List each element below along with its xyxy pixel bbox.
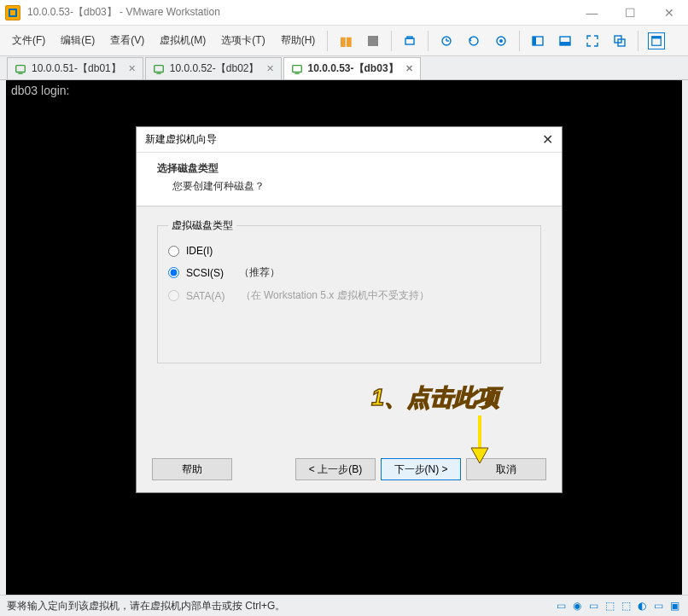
window-controls: — ☐ ✕ [573,0,688,26]
tab-bar: 10.0.0.51-【db01】 ✕ 10.0.0.52-【db02】 ✕ 10… [0,56,688,80]
svg-point-7 [499,39,503,43]
close-button[interactable]: ✕ [650,0,688,26]
dialog-subheading: 您要创建何种磁盘？ [157,179,541,194]
dialog-close-icon[interactable]: ✕ [542,131,553,148]
view-sidebar-icon[interactable] [529,32,546,49]
thumbnail-view-icon[interactable] [648,32,665,49]
radio-scsi-row[interactable]: SCSI(S) （推荐） [168,265,530,280]
radio-sata-label: SATA(A) [186,290,225,302]
snapshot-icon[interactable] [401,32,418,49]
radio-scsi-note: （推荐） [239,265,280,280]
status-text: 要将输入定向到该虚拟机，请在虚拟机内部单击或按 Ctrl+G。 [7,599,285,613]
svg-rect-15 [652,36,662,38]
tab-close-icon[interactable]: ✕ [128,63,136,74]
status-bar: 要将输入定向到该虚拟机，请在虚拟机内部单击或按 Ctrl+G。 ▭ ◉ ▭ ⬚ … [0,595,688,616]
radio-sata [168,290,179,301]
stop-vm-icon[interactable] [364,32,382,49]
separator [391,31,392,51]
dialog-heading: 选择磁盘类型 [157,161,541,176]
network-status-icon[interactable]: ⬚ [603,599,616,613]
menu-file[interactable]: 文件(F) [5,30,52,51]
separator [519,31,520,51]
annotation-text: 1、点击此项 [371,382,499,413]
separator [428,31,429,51]
svg-rect-9 [533,37,536,45]
vmware-app-icon [5,5,20,20]
window-title: 10.0.0.53-【db03】 - VMware Workstation [27,5,220,20]
svg-rect-20 [292,65,301,72]
radio-ide[interactable] [168,246,179,257]
dialog-title-bar: 新建虚拟机向导 ✕ [137,127,562,153]
status-device-icons: ▭ ◉ ▭ ⬚ ⬚ ◐ ▭ ▣ [554,599,681,613]
unity-icon[interactable] [611,32,628,49]
svg-rect-16 [16,65,26,72]
printer-status-icon[interactable]: ▭ [651,599,665,613]
minimize-button[interactable]: — [573,0,611,26]
radio-ide-row[interactable]: IDE(I) [168,245,530,257]
dialog-body: 虚拟磁盘类型 IDE(I) SCSI(S) （推荐） SATA(A) （在 Wo… [137,206,562,375]
tab-label: 10.0.0.51-【db01】 [32,61,121,76]
spacer [237,458,290,480]
radio-ide-label: IDE(I) [186,245,213,257]
menu-vm[interactable]: 虚拟机(M) [153,30,213,51]
next-button[interactable]: 下一步(N) > [381,458,461,480]
vm-icon [15,63,26,75]
tab-db03[interactable]: 10.0.0.53-【db03】 ✕ [283,57,421,79]
menu-help[interactable]: 帮助(H) [274,30,323,51]
menu-bar: 文件(F) 编辑(E) 查看(V) 虚拟机(M) 选项卡(T) 帮助(H) ▮▮ [0,26,688,56]
fieldset-legend: 虚拟磁盘类型 [168,218,236,233]
svg-rect-18 [155,65,164,72]
fullscreen-icon[interactable] [584,32,601,49]
snapshot-manager-icon[interactable] [493,32,510,49]
maximize-button[interactable]: ☐ [611,0,650,26]
message-status-icon[interactable]: ▣ [668,599,681,613]
menu-view[interactable]: 查看(V) [103,30,151,51]
vm-icon [153,63,165,75]
snapshot-take-icon[interactable] [438,32,455,49]
tab-close-icon[interactable]: ✕ [266,63,274,74]
new-vm-wizard-dialog: 新建虚拟机向导 ✕ 选择磁盘类型 您要创建何种磁盘？ 虚拟磁盘类型 IDE(I)… [136,126,563,493]
tab-db02[interactable]: 10.0.0.52-【db02】 ✕ [145,57,282,79]
tab-label: 10.0.0.53-【db03】 [308,61,399,76]
separator [327,31,328,51]
tab-close-icon[interactable]: ✕ [405,63,413,74]
tab-db01[interactable]: 10.0.0.51-【db01】 ✕ [7,57,143,79]
terminal-line: db03 login: [11,84,677,97]
menu-tabs[interactable]: 选项卡(T) [214,30,271,51]
annotation-arrow-icon [467,414,493,468]
back-button[interactable]: < 上一步(B) [295,458,376,480]
svg-rect-1 [407,37,412,38]
separator [638,31,638,51]
vm-icon [291,63,303,75]
usb-status-icon[interactable]: ⬚ [619,599,633,613]
title-bar: 10.0.0.53-【db03】 - VMware Workstation — … [0,0,688,26]
radio-sata-row: SATA(A) （在 Workstation 5.x 虚拟机中不受支持） [168,288,530,303]
floppy-status-icon[interactable]: ▭ [586,599,600,613]
disk-type-fieldset: 虚拟磁盘类型 IDE(I) SCSI(S) （推荐） SATA(A) （在 Wo… [157,218,541,363]
hdd-status-icon[interactable]: ▭ [554,599,568,613]
pause-vm-icon[interactable]: ▮▮ [337,32,354,49]
svg-rect-11 [560,42,570,45]
svg-rect-0 [405,38,414,44]
tab-label: 10.0.0.52-【db02】 [170,61,259,76]
help-button[interactable]: 帮助 [152,458,232,480]
radio-sata-note: （在 Workstation 5.x 虚拟机中不受支持） [241,288,429,303]
view-console-icon[interactable] [557,32,574,49]
dialog-header: 选择磁盘类型 您要创建何种磁盘？ [137,153,562,206]
menu-edit[interactable]: 编辑(E) [54,30,102,51]
cd-status-icon[interactable]: ◉ [570,599,584,613]
dialog-title: 新建虚拟机向导 [145,132,217,147]
snapshot-revert-icon[interactable] [465,32,482,49]
radio-scsi-label: SCSI(S) [186,267,224,279]
sound-status-icon[interactable]: ◐ [635,599,649,613]
radio-scsi[interactable] [168,267,179,278]
